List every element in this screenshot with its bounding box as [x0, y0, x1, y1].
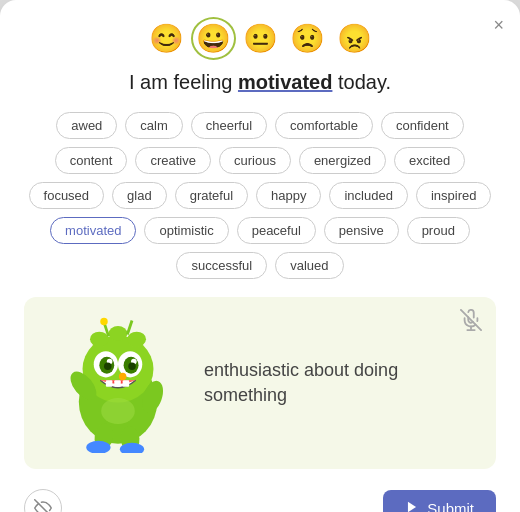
svg-point-6 [109, 326, 128, 341]
emoji-emoji-4[interactable]: 😟 [288, 20, 327, 57]
hide-button[interactable] [24, 489, 62, 512]
chip-happy[interactable]: happy [256, 182, 321, 209]
chip-content[interactable]: content [55, 147, 128, 174]
feeling-prefix: I am feeling [129, 71, 238, 93]
chip-confident[interactable]: confident [381, 112, 464, 139]
svg-point-15 [128, 362, 135, 369]
chip-comfortable[interactable]: comfortable [275, 112, 373, 139]
chip-successful[interactable]: successful [176, 252, 267, 279]
chip-valued[interactable]: valued [275, 252, 343, 279]
svg-rect-21 [123, 380, 130, 387]
svg-marker-31 [408, 501, 416, 512]
submit-button[interactable]: Submit [383, 490, 496, 513]
footer-row: Submit [24, 489, 496, 512]
monster-illustration [48, 313, 188, 453]
chip-focused[interactable]: focused [29, 182, 105, 209]
feeling-word: motivated [238, 71, 332, 93]
chip-glad[interactable]: glad [112, 182, 167, 209]
svg-point-7 [127, 332, 146, 347]
submit-icon [405, 500, 419, 513]
chip-excited[interactable]: excited [394, 147, 465, 174]
chips-container: awedcalmcheerfulcomfortableconfidentcont… [24, 112, 496, 279]
close-button[interactable]: × [493, 16, 504, 34]
feeling-suffix: today. [332, 71, 391, 93]
feeling-modal: × 😊😀😐😟😠 I am feeling motivated today. aw… [0, 0, 520, 512]
emoji-emoji-3[interactable]: 😐 [241, 20, 280, 57]
svg-point-17 [100, 318, 107, 325]
emoji-emoji-2[interactable]: 😀 [194, 20, 233, 57]
chip-inspired[interactable]: inspired [416, 182, 492, 209]
svg-line-18 [127, 320, 132, 334]
chip-motivated[interactable]: motivated [50, 217, 136, 244]
chip-calm[interactable]: calm [125, 112, 182, 139]
chip-peaceful[interactable]: peaceful [237, 217, 316, 244]
illustration-panel: enthusiastic about doing something [24, 297, 496, 469]
svg-point-5 [90, 332, 109, 347]
eye-off-icon [34, 499, 52, 512]
chip-optimistic[interactable]: optimistic [144, 217, 228, 244]
svg-rect-20 [114, 380, 121, 387]
emoji-row: 😊😀😐😟😠 [24, 20, 496, 57]
chip-grateful[interactable]: grateful [175, 182, 248, 209]
chip-energized[interactable]: energized [299, 147, 386, 174]
illustration-description: enthusiastic about doing something [188, 358, 472, 408]
chip-curious[interactable]: curious [219, 147, 291, 174]
chip-cheerful[interactable]: cheerful [191, 112, 267, 139]
chip-creative[interactable]: creative [135, 147, 211, 174]
chip-proud[interactable]: proud [407, 217, 470, 244]
chip-pensive[interactable]: pensive [324, 217, 399, 244]
svg-point-28 [101, 398, 135, 424]
play-icon [405, 500, 419, 513]
chip-awed[interactable]: awed [56, 112, 117, 139]
svg-point-14 [104, 362, 111, 369]
svg-rect-19 [106, 380, 113, 387]
svg-point-29 [119, 373, 126, 380]
feeling-text: I am feeling motivated today. [24, 71, 496, 94]
submit-label: Submit [427, 500, 474, 513]
emoji-emoji-1[interactable]: 😊 [147, 20, 186, 57]
mute-icon[interactable] [460, 309, 482, 336]
chip-included[interactable]: included [329, 182, 407, 209]
emoji-emoji-5[interactable]: 😠 [335, 20, 374, 57]
